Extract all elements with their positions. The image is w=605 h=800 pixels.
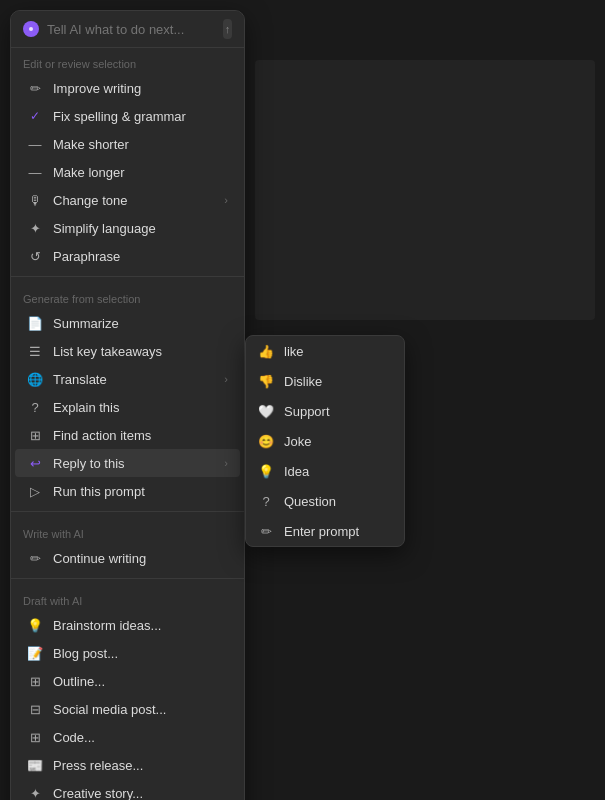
- list-key-takeaways-label: List key takeaways: [53, 344, 228, 359]
- make-longer-label: Make longer: [53, 165, 228, 180]
- menu-item-explain-this[interactable]: ? Explain this: [15, 393, 240, 421]
- menu-item-find-action-items[interactable]: ⊞ Find action items: [15, 421, 240, 449]
- change-tone-label: Change tone: [53, 193, 214, 208]
- submenu-item-joke[interactable]: 😊 Joke: [246, 426, 404, 456]
- menu-item-list-key-takeaways[interactable]: ☰ List key takeaways: [15, 337, 240, 365]
- outline-icon: ⊞: [27, 673, 43, 689]
- menu-item-creative-story[interactable]: ✦ Creative story...: [15, 779, 240, 800]
- find-action-items-label: Find action items: [53, 428, 228, 443]
- divider-3: [11, 578, 244, 579]
- menu-item-reply-to-this[interactable]: ↩ Reply to this ›: [15, 449, 240, 477]
- joke-label: Joke: [284, 434, 311, 449]
- submenu-item-support[interactable]: 🤍 Support: [246, 396, 404, 426]
- divider-1: [11, 276, 244, 277]
- background-content: [255, 60, 595, 320]
- menu-item-paraphrase[interactable]: ↺ Paraphrase: [15, 242, 240, 270]
- like-icon: 👍: [258, 343, 274, 359]
- run-this-prompt-label: Run this prompt: [53, 484, 228, 499]
- reply-to-this-label: Reply to this: [53, 456, 214, 471]
- social-media-post-label: Social media post...: [53, 702, 228, 717]
- enter-prompt-icon: ✏: [258, 523, 274, 539]
- submenu-item-idea[interactable]: 💡 Idea: [246, 456, 404, 486]
- submenu-item-enter-prompt[interactable]: ✏ Enter prompt: [246, 516, 404, 546]
- press-release-icon: 📰: [27, 757, 43, 773]
- joke-icon: 😊: [258, 433, 274, 449]
- find-action-items-icon: ⊞: [27, 427, 43, 443]
- dislike-label: Dislike: [284, 374, 322, 389]
- explain-this-label: Explain this: [53, 400, 228, 415]
- improve-writing-label: Improve writing: [53, 81, 228, 96]
- blog-post-icon: 📝: [27, 645, 43, 661]
- change-tone-arrow-icon: ›: [224, 194, 228, 206]
- creative-story-icon: ✦: [27, 785, 43, 800]
- simplify-language-icon: ✦: [27, 220, 43, 236]
- idea-icon: 💡: [258, 463, 274, 479]
- menu-item-summarize[interactable]: 📄 Summarize: [15, 309, 240, 337]
- question-label: Question: [284, 494, 336, 509]
- like-label: like: [284, 344, 304, 359]
- outline-label: Outline...: [53, 674, 228, 689]
- menu-item-improve-writing[interactable]: ✏ Improve writing: [15, 74, 240, 102]
- fix-spelling-label: Fix spelling & grammar: [53, 109, 228, 124]
- brainstorm-ideas-label: Brainstorm ideas...: [53, 618, 228, 633]
- menu-item-social-media-post[interactable]: ⊟ Social media post...: [15, 695, 240, 723]
- menu-item-blog-post[interactable]: 📝 Blog post...: [15, 639, 240, 667]
- support-icon: 🤍: [258, 403, 274, 419]
- continue-writing-label: Continue writing: [53, 551, 228, 566]
- ask-ai-icon: [23, 21, 39, 37]
- fix-spelling-check-icon: ✓: [27, 108, 43, 124]
- reply-to-this-arrow-icon: ›: [224, 457, 228, 469]
- edit-section-label: Edit or review selection: [11, 48, 244, 74]
- menu-item-brainstorm-ideas[interactable]: 💡 Brainstorm ideas...: [15, 611, 240, 639]
- question-icon: ?: [258, 493, 274, 509]
- translate-arrow-icon: ›: [224, 373, 228, 385]
- make-longer-icon: —: [27, 164, 43, 180]
- menu-item-run-this-prompt[interactable]: ▷ Run this prompt: [15, 477, 240, 505]
- submenu-item-question[interactable]: ? Question: [246, 486, 404, 516]
- simplify-language-label: Simplify language: [53, 221, 228, 236]
- press-release-label: Press release...: [53, 758, 228, 773]
- menu-item-press-release[interactable]: 📰 Press release...: [15, 751, 240, 779]
- ask-ai-bar[interactable]: ↑: [11, 11, 244, 48]
- idea-label: Idea: [284, 464, 309, 479]
- run-this-prompt-icon: ▷: [27, 483, 43, 499]
- change-tone-icon: 🎙: [27, 192, 43, 208]
- creative-story-label: Creative story...: [53, 786, 228, 801]
- divider-2: [11, 511, 244, 512]
- menu-item-fix-spelling[interactable]: ✓ Fix spelling & grammar: [15, 102, 240, 130]
- make-shorter-icon: —: [27, 136, 43, 152]
- menu-item-translate[interactable]: 🌐 Translate ›: [15, 365, 240, 393]
- code-icon: ⊞: [27, 729, 43, 745]
- blog-post-label: Blog post...: [53, 646, 228, 661]
- menu-item-outline[interactable]: ⊞ Outline...: [15, 667, 240, 695]
- submenu-item-dislike[interactable]: 👎 Dislike: [246, 366, 404, 396]
- code-label: Code...: [53, 730, 228, 745]
- main-menu: ↑ Edit or review selection ✏ Improve wri…: [10, 10, 245, 800]
- paraphrase-icon: ↺: [27, 248, 43, 264]
- menu-item-make-longer[interactable]: — Make longer: [15, 158, 240, 186]
- paraphrase-label: Paraphrase: [53, 249, 228, 264]
- reply-submenu: 👍 like 👎 Dislike 🤍 Support 😊 Joke 💡 Idea…: [245, 335, 405, 547]
- dislike-icon: 👎: [258, 373, 274, 389]
- submenu-item-like[interactable]: 👍 like: [246, 336, 404, 366]
- menu-item-simplify-language[interactable]: ✦ Simplify language: [15, 214, 240, 242]
- explain-this-icon: ?: [27, 399, 43, 415]
- reply-to-this-icon: ↩: [27, 455, 43, 471]
- improve-writing-icon: ✏: [27, 80, 43, 96]
- generate-section-label: Generate from selection: [11, 283, 244, 309]
- menu-item-change-tone[interactable]: 🎙 Change tone ›: [15, 186, 240, 214]
- support-label: Support: [284, 404, 330, 419]
- ask-ai-send-button[interactable]: ↑: [223, 19, 232, 39]
- summarize-label: Summarize: [53, 316, 228, 331]
- list-key-takeaways-icon: ☰: [27, 343, 43, 359]
- translate-icon: 🌐: [27, 371, 43, 387]
- menu-item-code[interactable]: ⊞ Code...: [15, 723, 240, 751]
- translate-label: Translate: [53, 372, 214, 387]
- menu-item-make-shorter[interactable]: — Make shorter: [15, 130, 240, 158]
- continue-writing-icon: ✏: [27, 550, 43, 566]
- ask-ai-input[interactable]: [47, 22, 215, 37]
- draft-section-label: Draft with AI: [11, 585, 244, 611]
- social-media-post-icon: ⊟: [27, 701, 43, 717]
- menu-item-continue-writing[interactable]: ✏ Continue writing: [15, 544, 240, 572]
- write-section-label: Write with AI: [11, 518, 244, 544]
